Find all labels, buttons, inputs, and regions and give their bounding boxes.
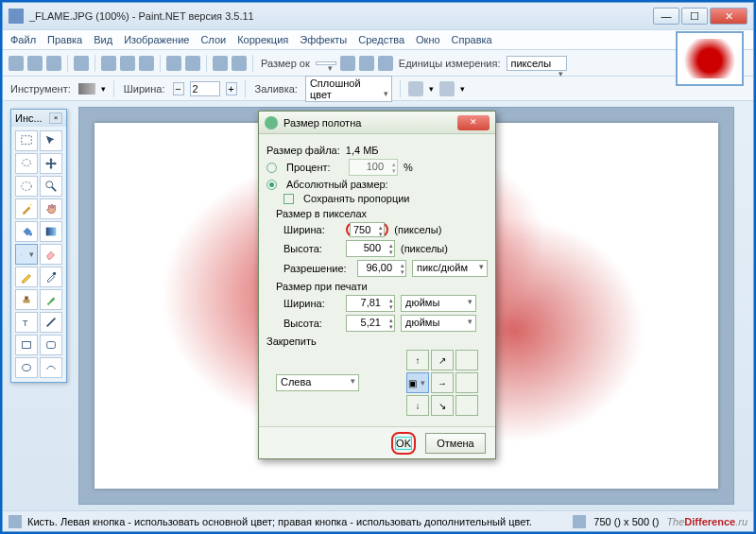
grid-icon[interactable] (359, 56, 374, 71)
units-select[interactable]: пикселы (507, 56, 567, 71)
eraser-tool[interactable] (40, 244, 62, 265)
absolute-radio[interactable] (266, 180, 277, 190)
menu-view[interactable]: Вид (94, 34, 112, 45)
tools-close-icon[interactable]: × (49, 112, 62, 124)
bucket-tool[interactable] (15, 221, 38, 242)
fill-select[interactable]: Сплошной цвет (305, 76, 392, 102)
line-tool[interactable] (40, 312, 62, 333)
move-selection-tool[interactable] (40, 153, 62, 174)
print-width-unit[interactable]: дюймы (401, 295, 476, 312)
keep-ratio-checkbox[interactable] (284, 194, 294, 204)
brush-width-value[interactable]: 2 (190, 81, 220, 96)
lasso-tool[interactable] (15, 153, 38, 174)
menu-tools[interactable]: Средства (358, 34, 404, 45)
recolor-tool[interactable] (40, 289, 62, 310)
titlebar[interactable]: _FLAME.JPG (100%) - Paint.NET версия 3.5… (3, 3, 753, 29)
tool-dropdown-icon[interactable]: ▾ (101, 84, 106, 94)
freeform-tool[interactable] (40, 357, 62, 378)
menu-image[interactable]: Изображение (124, 34, 189, 45)
brush-icon[interactable] (78, 83, 95, 95)
dialog-title: Размер полотна (284, 117, 361, 129)
print-icon[interactable] (74, 56, 89, 71)
menu-help[interactable]: Справка (452, 34, 492, 45)
canvas-size-dialog: Размер полотна ✕ Размер файла: 1,4 МБ Пр… (258, 111, 496, 459)
height-input[interactable]: 500 (346, 240, 395, 257)
anchor-c[interactable]: → (431, 372, 454, 393)
anchor-n[interactable]: ↗ (431, 350, 454, 370)
brush-tool[interactable] (15, 244, 38, 265)
tools-window-title[interactable]: Инс... × (11, 110, 66, 127)
print-width-input[interactable]: 7,81 (346, 295, 395, 312)
menu-window[interactable]: Окно (416, 34, 440, 45)
deselect-icon[interactable] (185, 56, 200, 71)
magic-wand-tool[interactable] (15, 198, 38, 219)
new-icon[interactable] (9, 56, 24, 71)
anchor-select[interactable]: Слева (276, 374, 359, 391)
save-icon[interactable] (46, 56, 61, 71)
copy-icon[interactable] (120, 56, 135, 71)
width-minus-button[interactable]: − (173, 82, 184, 95)
print-height-input[interactable]: 5,21 (346, 315, 395, 332)
ok-button[interactable]: OK (395, 437, 412, 450)
anchor-se[interactable] (455, 395, 478, 416)
window-size-dropdown[interactable] (316, 61, 336, 65)
cancel-button[interactable]: Отмена (425, 433, 486, 454)
ellipse-tool[interactable] (15, 357, 38, 378)
blend-icon[interactable] (439, 81, 455, 96)
width-plus-button[interactable]: + (226, 82, 237, 95)
move-tool[interactable] (40, 130, 62, 151)
svg-point-8 (53, 272, 57, 276)
thumbnail[interactable] (676, 31, 744, 86)
ellipse-select-tool[interactable] (15, 176, 38, 197)
ruler-icon[interactable] (378, 56, 393, 71)
menu-effects[interactable]: Эффекты (300, 34, 347, 45)
resolution-unit-select[interactable]: пикс/дюйм (412, 260, 488, 277)
clone-tool[interactable] (15, 289, 38, 310)
tools-window[interactable]: Инс... × T (10, 109, 67, 383)
anchor-nw[interactable]: ↑ (406, 350, 429, 370)
maximize-button[interactable]: ☐ (681, 8, 708, 25)
anchor-label: Закрепить (266, 336, 488, 347)
rect-tool[interactable] (15, 335, 38, 355)
width-input[interactable]: 750 (350, 222, 385, 237)
minimize-button[interactable]: — (653, 8, 679, 25)
undo-icon[interactable] (213, 56, 228, 71)
redo-icon[interactable] (232, 56, 247, 71)
antialias-icon[interactable] (408, 81, 423, 96)
open-icon[interactable] (27, 56, 43, 71)
width-unit: (пикселы) (394, 224, 441, 235)
paste-icon[interactable] (139, 56, 154, 71)
resolution-input[interactable]: 96,00 (357, 260, 406, 277)
blend-dropdown-icon[interactable]: ▾ (460, 84, 465, 94)
cut-icon[interactable] (101, 56, 116, 71)
keep-ratio-label: Сохранять пропорции (303, 193, 410, 204)
menu-edit[interactable]: Правка (47, 34, 82, 45)
zoom-tool[interactable] (40, 176, 62, 197)
percent-input[interactable]: 100 (349, 159, 398, 176)
anchor-e[interactable] (455, 372, 478, 393)
menu-layers[interactable]: Слои (200, 34, 226, 45)
eyedropper-tool[interactable] (40, 267, 62, 287)
anchor-s[interactable]: ↘ (431, 395, 454, 416)
anchor-ne[interactable] (455, 350, 478, 370)
anchor-sw[interactable]: ↓ (406, 395, 429, 416)
pan-tool[interactable] (40, 198, 62, 219)
pencil-tool[interactable] (15, 267, 38, 287)
crop-icon[interactable] (166, 56, 181, 71)
dialog-titlebar[interactable]: Размер полотна ✕ (259, 112, 495, 134)
aa-dropdown-icon[interactable]: ▾ (429, 84, 434, 94)
dialog-close-button[interactable]: ✕ (457, 115, 490, 130)
zoom-icon[interactable] (340, 56, 355, 71)
rounded-rect-tool[interactable] (40, 335, 62, 355)
menu-adjust[interactable]: Коррекция (237, 34, 288, 45)
absolute-label: Абсолютный размер: (286, 179, 388, 190)
toolbar: Размер ок Единицы измерения: пикселы (3, 50, 753, 77)
print-height-unit[interactable]: дюймы (401, 315, 476, 332)
menu-file[interactable]: Файл (10, 34, 36, 45)
text-tool[interactable]: T (15, 312, 38, 333)
gradient-tool[interactable] (40, 221, 62, 242)
percent-radio[interactable] (266, 163, 277, 173)
anchor-w[interactable]: ▣ (406, 372, 429, 393)
close-button[interactable]: ✕ (710, 8, 747, 25)
rect-select-tool[interactable] (15, 130, 38, 151)
